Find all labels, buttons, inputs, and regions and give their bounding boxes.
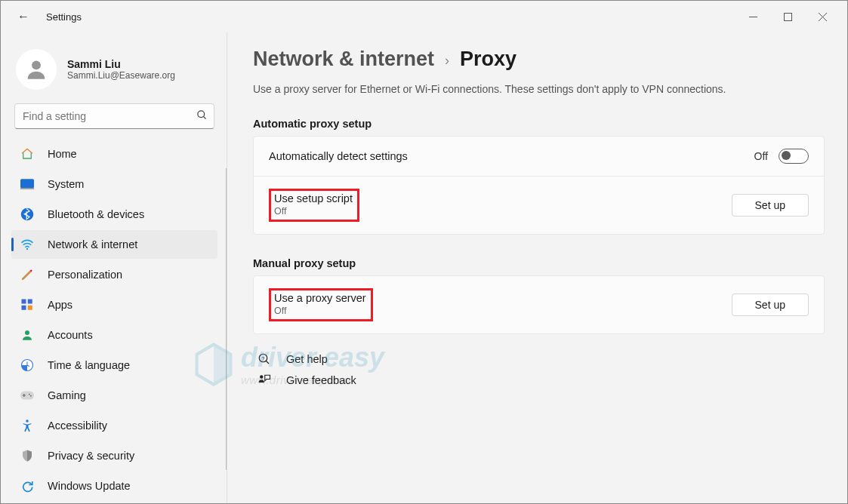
sidebar-item-label: Privacy & security bbox=[48, 450, 134, 462]
row-auto-detect: Automatically detect settings Off bbox=[254, 137, 824, 177]
feedback-label: Give feedback bbox=[286, 374, 356, 386]
card-manual-proxy: Use a proxy server Off Set up bbox=[253, 275, 825, 334]
breadcrumb: Network & internet › Proxy bbox=[253, 48, 825, 71]
feedback-icon bbox=[257, 373, 271, 387]
svg-rect-13 bbox=[22, 306, 26, 310]
highlight-box: Use setup script Off bbox=[269, 189, 359, 222]
sidebar-item-network[interactable]: Network & internet bbox=[11, 230, 217, 259]
sidebar-item-label: Time & language bbox=[48, 359, 130, 371]
search-input[interactable] bbox=[14, 103, 214, 129]
row-state: Off bbox=[274, 206, 353, 217]
close-icon[interactable] bbox=[805, 5, 840, 29]
sidebar-item-label: Windows Update bbox=[48, 480, 131, 492]
personalization-icon bbox=[20, 268, 34, 281]
privacy-icon bbox=[20, 449, 34, 463]
sidebar-item-label: Apps bbox=[48, 299, 72, 311]
sidebar-item-label: Accessibility bbox=[48, 419, 107, 432]
svg-point-19 bbox=[30, 395, 32, 397]
minimize-icon[interactable] bbox=[735, 5, 770, 29]
setup-script-button[interactable]: Set up bbox=[732, 194, 809, 217]
help-label: Get help bbox=[286, 353, 328, 365]
sidebar-item-label: System bbox=[48, 178, 84, 190]
row-proxy-server: Use a proxy server Off Set up bbox=[254, 276, 824, 333]
page-description: Use a proxy server for Ethernet or Wi-Fi… bbox=[253, 83, 825, 95]
setup-proxy-button[interactable]: Set up bbox=[732, 293, 809, 316]
time-icon bbox=[20, 358, 34, 372]
sidebar-item-apps[interactable]: Apps bbox=[11, 290, 217, 319]
chevron-right-icon: › bbox=[445, 53, 449, 69]
accounts-icon bbox=[20, 328, 34, 342]
sidebar-item-bluetooth[interactable]: Bluetooth & devices bbox=[11, 200, 217, 229]
sidebar-item-label: Gaming bbox=[48, 389, 86, 401]
svg-rect-17 bbox=[20, 391, 34, 399]
main-content: Network & internet › Proxy Use a proxy s… bbox=[227, 32, 847, 503]
svg-rect-1 bbox=[784, 13, 791, 20]
bluetooth-icon bbox=[20, 207, 34, 221]
svg-line-6 bbox=[203, 116, 205, 118]
svg-point-4 bbox=[32, 60, 41, 69]
network-icon bbox=[20, 238, 34, 251]
get-help-link[interactable]: ? Get help bbox=[253, 352, 825, 366]
svg-rect-7 bbox=[20, 179, 34, 188]
toggle-auto-detect[interactable] bbox=[779, 149, 809, 164]
sidebar-item-privacy[interactable]: Privacy & security bbox=[11, 441, 217, 470]
accessibility-icon bbox=[20, 419, 34, 432]
row-state: Off bbox=[274, 306, 366, 316]
sidebar-item-label: Bluetooth & devices bbox=[48, 208, 144, 220]
give-feedback-link[interactable]: Give feedback bbox=[253, 373, 825, 387]
sidebar-item-home[interactable]: Home bbox=[11, 140, 217, 168]
highlight-box: Use a proxy server Off bbox=[269, 288, 373, 321]
card-auto-proxy: Automatically detect settings Off Use se… bbox=[253, 136, 825, 235]
apps-icon bbox=[20, 298, 34, 312]
row-label: Use setup script bbox=[274, 192, 353, 204]
user-profile[interactable]: Sammi Liu Sammi.Liu@Easeware.org bbox=[11, 46, 217, 103]
sidebar-item-accessibility[interactable]: Accessibility bbox=[11, 411, 217, 440]
svg-rect-11 bbox=[22, 300, 26, 304]
row-label: Use a proxy server bbox=[274, 292, 366, 304]
svg-text:?: ? bbox=[261, 355, 264, 362]
svg-rect-8 bbox=[20, 188, 34, 189]
svg-rect-12 bbox=[28, 300, 32, 304]
search-box[interactable] bbox=[14, 103, 214, 129]
breadcrumb-parent[interactable]: Network & internet bbox=[253, 48, 434, 71]
avatar-icon bbox=[16, 49, 57, 90]
user-name: Sammi Liu bbox=[67, 58, 175, 70]
row-label: Automatically detect settings bbox=[269, 150, 754, 162]
section-title-auto: Automatic proxy setup bbox=[253, 118, 825, 130]
section-title-manual: Manual proxy setup bbox=[253, 257, 825, 269]
maximize-icon[interactable] bbox=[770, 5, 805, 29]
nav-list: Home System Bluetooth & devices Network … bbox=[11, 140, 217, 500]
svg-point-18 bbox=[29, 394, 30, 395]
scroll-divider bbox=[226, 168, 227, 470]
svg-point-5 bbox=[198, 111, 205, 118]
home-icon bbox=[20, 147, 34, 161]
breadcrumb-current: Proxy bbox=[460, 48, 517, 71]
system-icon bbox=[20, 177, 34, 191]
sidebar-item-personalization[interactable]: Personalization bbox=[11, 260, 217, 289]
sidebar-item-accounts[interactable]: Accounts bbox=[11, 321, 217, 349]
svg-line-22 bbox=[266, 361, 269, 364]
sidebar-item-time[interactable]: Time & language bbox=[11, 351, 217, 380]
app-title: Settings bbox=[46, 11, 82, 23]
sidebar-item-update[interactable]: Windows Update bbox=[11, 472, 217, 500]
sidebar: Sammi Liu Sammi.Liu@Easeware.org Home Sy… bbox=[1, 32, 227, 503]
sidebar-item-label: Network & internet bbox=[48, 238, 137, 250]
svg-point-24 bbox=[260, 375, 264, 379]
gaming-icon bbox=[20, 389, 34, 402]
update-icon bbox=[20, 479, 34, 493]
back-icon[interactable]: ← bbox=[14, 10, 32, 23]
svg-point-20 bbox=[26, 419, 28, 422]
toggle-state: Off bbox=[754, 150, 768, 162]
sidebar-item-label: Personalization bbox=[48, 269, 122, 281]
search-icon bbox=[196, 109, 208, 123]
svg-point-15 bbox=[25, 330, 29, 335]
sidebar-item-label: Home bbox=[48, 148, 77, 160]
title-bar: ← Settings bbox=[1, 1, 847, 32]
user-email: Sammi.Liu@Easeware.org bbox=[67, 70, 175, 81]
sidebar-item-label: Accounts bbox=[48, 329, 93, 341]
sidebar-item-gaming[interactable]: Gaming bbox=[11, 381, 217, 410]
row-setup-script: Use setup script Off Set up bbox=[254, 177, 824, 234]
sidebar-item-system[interactable]: System bbox=[11, 170, 217, 198]
svg-point-10 bbox=[26, 248, 28, 250]
help-icon: ? bbox=[257, 352, 271, 366]
